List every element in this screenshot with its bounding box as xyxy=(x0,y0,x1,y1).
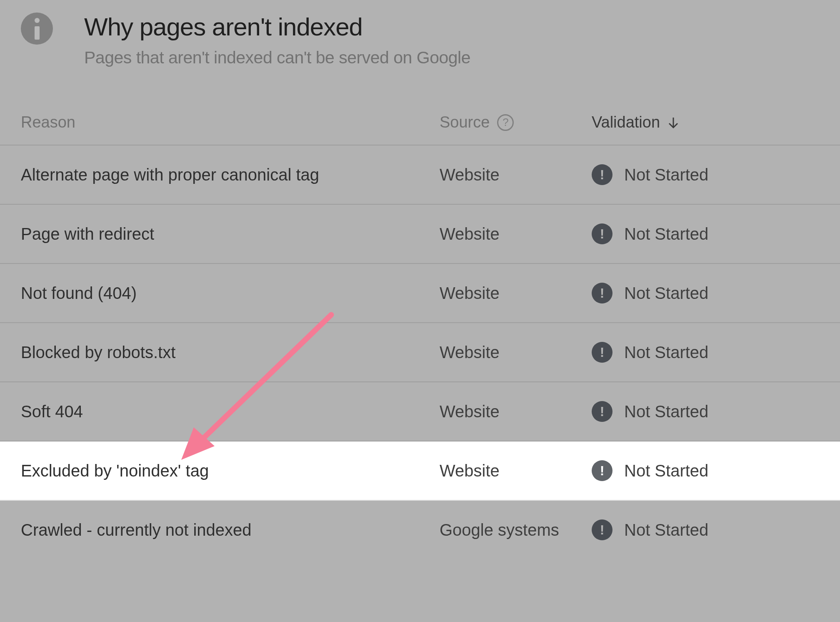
cell-reason: Crawled - currently not indexed xyxy=(21,521,440,539)
validation-status: Not Started xyxy=(624,284,708,303)
cell-reason: Excluded by 'noindex' tag xyxy=(21,461,440,480)
validation-status: Not Started xyxy=(624,461,708,480)
cell-reason: Blocked by robots.txt xyxy=(21,343,440,362)
cell-source: Website xyxy=(440,461,592,480)
table-row[interactable]: Excluded by 'noindex' tagWebsite!Not Sta… xyxy=(0,441,840,501)
cell-source: Google systems xyxy=(440,521,592,539)
cell-source: Website xyxy=(440,225,592,243)
page-header: Why pages aren't indexed Pages that aren… xyxy=(0,0,840,105)
validation-status: Not Started xyxy=(624,166,708,184)
help-icon[interactable]: ? xyxy=(497,114,514,131)
table-row[interactable]: Crawled - currently not indexedGoogle sy… xyxy=(0,501,840,559)
table-row[interactable]: Soft 404Website!Not Started xyxy=(0,382,840,441)
exclamation-icon: ! xyxy=(592,164,612,185)
table-header-row: Reason Source ? Validation xyxy=(0,105,840,145)
info-icon xyxy=(21,13,53,45)
svg-point-0 xyxy=(35,18,40,23)
validation-status: Not Started xyxy=(624,521,708,539)
column-header-reason[interactable]: Reason xyxy=(21,113,440,131)
column-header-validation[interactable]: Validation xyxy=(592,113,819,131)
cell-validation: !Not Started xyxy=(592,283,819,303)
cell-validation: !Not Started xyxy=(592,401,819,422)
cell-reason: Not found (404) xyxy=(21,284,440,303)
cell-source: Website xyxy=(440,166,592,184)
exclamation-icon: ! xyxy=(592,342,612,363)
cell-validation: !Not Started xyxy=(592,519,819,540)
table-row[interactable]: Not found (404)Website!Not Started xyxy=(0,264,840,323)
table-row[interactable]: Page with redirectWebsite!Not Started xyxy=(0,205,840,264)
cell-validation: !Not Started xyxy=(592,460,819,481)
exclamation-icon: ! xyxy=(592,401,612,422)
cell-source: Website xyxy=(440,402,592,421)
cell-reason: Page with redirect xyxy=(21,225,440,243)
column-header-source[interactable]: Source ? xyxy=(440,113,592,131)
validation-status: Not Started xyxy=(624,225,708,243)
table-row[interactable]: Blocked by robots.txtWebsite!Not Started xyxy=(0,323,840,382)
exclamation-icon: ! xyxy=(592,283,612,303)
column-header-validation-label: Validation xyxy=(592,113,660,131)
page-title: Why pages aren't indexed xyxy=(84,13,819,41)
table-row[interactable]: Alternate page with proper canonical tag… xyxy=(0,145,840,205)
table-body: Alternate page with proper canonical tag… xyxy=(0,145,840,559)
svg-rect-1 xyxy=(35,26,40,40)
column-header-source-label: Source xyxy=(440,113,490,131)
cell-source: Website xyxy=(440,284,592,303)
cell-validation: !Not Started xyxy=(592,342,819,363)
cell-source: Website xyxy=(440,343,592,362)
cell-reason: Soft 404 xyxy=(21,402,440,421)
page-subtitle: Pages that aren't indexed can't be serve… xyxy=(84,48,819,68)
exclamation-icon: ! xyxy=(592,460,612,481)
exclamation-icon: ! xyxy=(592,519,612,540)
cell-validation: !Not Started xyxy=(592,223,819,244)
cell-validation: !Not Started xyxy=(592,164,819,185)
validation-status: Not Started xyxy=(624,343,708,362)
validation-status: Not Started xyxy=(624,402,708,421)
sort-descending-icon xyxy=(667,116,680,129)
header-text-block: Why pages aren't indexed Pages that aren… xyxy=(84,13,819,68)
cell-reason: Alternate page with proper canonical tag xyxy=(21,166,440,184)
exclamation-icon: ! xyxy=(592,223,612,244)
